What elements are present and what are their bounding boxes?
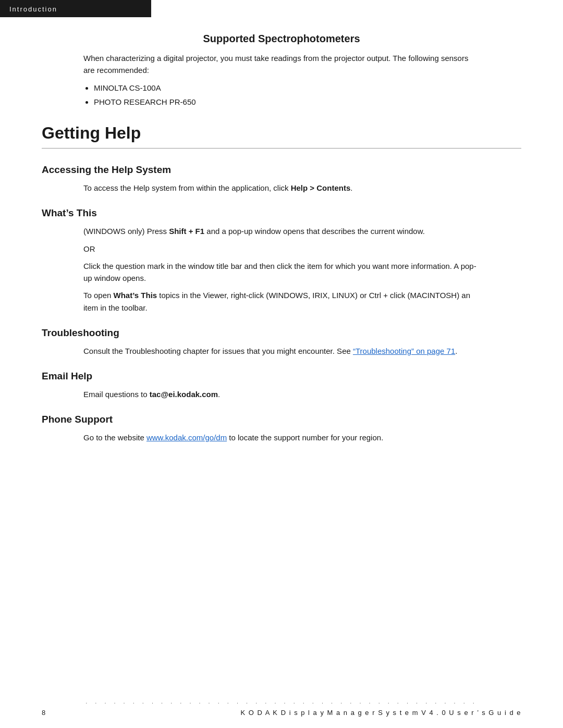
- accessing-help-body: To access the Help system from within th…: [83, 182, 480, 194]
- bold-help-contents: Help > Contents: [291, 183, 351, 192]
- header-bar: Introduction: [0, 0, 151, 17]
- spectrophotometers-heading: Supported Spectrophotometers: [42, 33, 521, 45]
- chapter-divider: [42, 148, 521, 149]
- whats-this-para-3: To open What’s This topics in the Viewer…: [83, 289, 480, 314]
- spectrophotometers-list: MINOLTA CS-100A PHOTO RESEARCH PR-650: [94, 82, 480, 108]
- whats-this-para-1: (WINDOWS only) Press Shift + F1 and a po…: [83, 225, 480, 237]
- phone-support-heading: Phone Support: [42, 414, 521, 425]
- content-area: Supported Spectrophotometers When charac…: [0, 17, 563, 478]
- footer-bottom: 8 K O D A K D i s p l a y M a n a g e r …: [42, 709, 521, 717]
- spectrophotometers-intro: When characterizing a digital projector,…: [83, 52, 480, 77]
- phone-support-para: Go to the website www.kodak.com/go/dm to…: [83, 431, 480, 443]
- spectrophotometers-section: Supported Spectrophotometers When charac…: [42, 33, 521, 108]
- troubleshooting-section: Troubleshooting Consult the Troubleshoot…: [42, 327, 521, 357]
- troubleshooting-para: Consult the Troubleshooting chapter for …: [83, 345, 480, 357]
- footer-dots: . . . . . . . . . . . . . . . . . . . . …: [42, 698, 521, 705]
- whats-this-body: (WINDOWS only) Press Shift + F1 and a po…: [83, 225, 480, 314]
- spectrophotometers-body: When characterizing a digital projector,…: [83, 52, 480, 108]
- list-item: MINOLTA CS-100A: [94, 82, 480, 94]
- email-help-heading: Email Help: [42, 371, 521, 382]
- phone-support-section: Phone Support Go to the website www.koda…: [42, 414, 521, 443]
- kodak-website-link[interactable]: www.kodak.com/go/dm: [146, 433, 227, 442]
- bold-shift-f1: Shift + F1: [169, 227, 204, 236]
- list-item: PHOTO RESEARCH PR-650: [94, 96, 480, 108]
- accessing-help-section: Accessing the Help System To access the …: [42, 164, 521, 194]
- footer: . . . . . . . . . . . . . . . . . . . . …: [0, 689, 563, 728]
- footer-page-number: 8: [42, 709, 45, 717]
- email-help-section: Email Help Email questions to tac@ei.kod…: [42, 371, 521, 400]
- troubleshooting-heading: Troubleshooting: [42, 327, 521, 339]
- whats-this-heading: What’s This: [42, 207, 521, 219]
- bold-email: tac@ei.kodak.com: [150, 390, 218, 399]
- header-bar-text: Introduction: [9, 5, 57, 13]
- getting-help-heading: Getting Help: [42, 124, 521, 146]
- page-container: Introduction Supported Spectrophotometer…: [0, 0, 563, 728]
- troubleshooting-link[interactable]: “Troubleshooting” on page 71: [353, 347, 455, 355]
- troubleshooting-body: Consult the Troubleshooting chapter for …: [83, 345, 480, 357]
- accessing-help-heading: Accessing the Help System: [42, 164, 521, 176]
- whats-this-para-2: Click the question mark in the window ti…: [83, 260, 480, 285]
- whats-this-para-or: OR: [83, 243, 480, 255]
- email-help-para: Email questions to tac@ei.kodak.com.: [83, 388, 480, 400]
- email-help-body: Email questions to tac@ei.kodak.com.: [83, 388, 480, 400]
- bold-whats-this: What’s This: [114, 291, 157, 300]
- footer-brand: K O D A K D i s p l a y M a n a g e r S …: [241, 709, 522, 717]
- phone-support-body: Go to the website www.kodak.com/go/dm to…: [83, 431, 480, 443]
- whats-this-section: What’s This (WINDOWS only) Press Shift +…: [42, 207, 521, 314]
- accessing-help-para: To access the Help system from within th…: [83, 182, 480, 194]
